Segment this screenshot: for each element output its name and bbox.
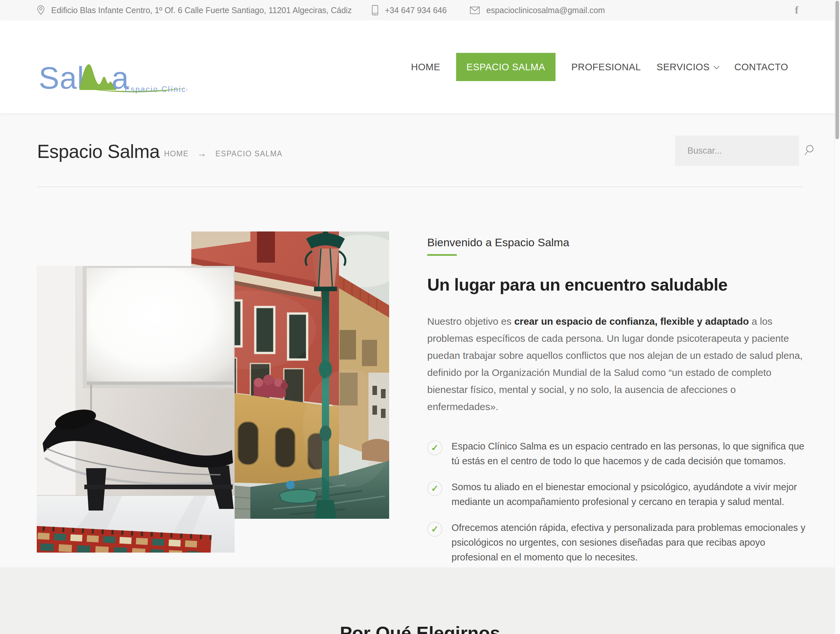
address-item: Edificio Blas Infante Centro, 1º Of. 6 C… (37, 0, 352, 21)
page-title: Espacio Salma (37, 141, 160, 162)
feature-list: ✓ Espacio Clínico Salma es un espacio ce… (427, 439, 807, 565)
nav-item-home[interactable]: HOME (411, 53, 441, 81)
breadcrumb-arrow-icon: → (197, 149, 207, 159)
intro-bold: crear un espacio de confianza, flexible … (514, 316, 749, 327)
phone-text: +34 647 934 646 (385, 6, 447, 15)
list-item-text: Ofrecemos atención rápida, efectiva y pe… (452, 520, 807, 565)
why-choose-us-section: Por Qué Elegirnos (0, 568, 840, 634)
intro-paragraph: Nuestro objetivo es crear un espacio de … (427, 313, 807, 415)
search-input[interactable] (675, 146, 804, 156)
nav-item-espacio-salma[interactable]: ESPACIO SALMA (456, 53, 556, 81)
logo-text-sal: Sal (39, 61, 84, 95)
why-choose-us-heading: Por Qué Elegirnos (0, 622, 840, 634)
breadcrumb-home-link[interactable]: HOME (164, 149, 189, 158)
green-accent-line (427, 254, 457, 256)
nav-item-servicios[interactable]: SERVICIOS (657, 53, 718, 81)
check-icon: ✓ (427, 522, 442, 537)
scrollbar-track[interactable] (834, 0, 840, 634)
nav-item-contacto[interactable]: CONTACTO (734, 53, 788, 81)
check-icon: ✓ (427, 440, 442, 455)
section-kicker: Bienvenido a Espacio Salma (427, 231, 807, 249)
welcome-content: Bienvenido a Espacio Salma Un lugar para… (427, 231, 807, 565)
logo[interactable]: Sal a Espacio Clínico (function(){ var d… (39, 56, 187, 101)
main-nav: HOME ESPACIO SALMA PROFESIONAL SERVICIOS… (411, 21, 788, 113)
intro-post: a los problemas específicos de cada pers… (427, 316, 802, 412)
header: Sal a Espacio Clínico (function(){ var d… (0, 21, 840, 113)
therapy-room-photo (37, 266, 235, 553)
envelope-icon (470, 6, 480, 14)
phone-item[interactable]: +34 647 934 646 (372, 0, 447, 21)
section-divider (37, 187, 803, 187)
email-text: espacioclinicosalma@gmail.com (486, 6, 605, 15)
intro-pre: Nuestro objetivo es (427, 316, 514, 327)
mobile-phone-icon (372, 5, 378, 16)
chevron-down-icon (713, 63, 719, 69)
address-text: Edificio Blas Infante Centro, 1º Of. 6 C… (51, 6, 352, 15)
facebook-icon[interactable]: f (790, 0, 803, 21)
breadcrumb: HOME → ESPACIO SALMA (164, 149, 283, 159)
email-item[interactable]: espacioclinicosalma@gmail.com (470, 0, 605, 21)
section-heading: Un lugar para un encuentro saludable (427, 275, 807, 294)
search-icon (804, 144, 815, 157)
list-item: ✓ Espacio Clínico Salma es un espacio ce… (427, 439, 807, 468)
list-item: ✓ Somos tu aliado en el bienestar emocio… (427, 480, 807, 509)
topbar: Edificio Blas Infante Centro, 1º Of. 6 C… (0, 0, 840, 21)
list-item-text: Espacio Clínico Salma es un espacio cent… (452, 439, 807, 468)
logo-tagline: Espacio Clínico (125, 85, 187, 93)
list-item-text: Somos tu aliado en el bienestar emociona… (452, 480, 807, 509)
search-box (675, 136, 799, 166)
page: Edificio Blas Infante Centro, 1º Of. 6 C… (0, 0, 840, 634)
scrollbar-thumb[interactable] (835, 1, 839, 139)
list-item: ✓ Ofrecemos atención rápida, efectiva y … (427, 520, 807, 565)
logo-mountain-shape (79, 64, 116, 90)
search-button[interactable] (804, 136, 815, 166)
nav-item-servicios-label: SERVICIOS (657, 62, 710, 72)
breadcrumb-current: ESPACIO SALMA (216, 149, 283, 158)
map-pin-icon (37, 5, 45, 15)
check-icon: ✓ (427, 481, 442, 496)
nav-item-profesional[interactable]: PROFESIONAL (571, 53, 641, 81)
